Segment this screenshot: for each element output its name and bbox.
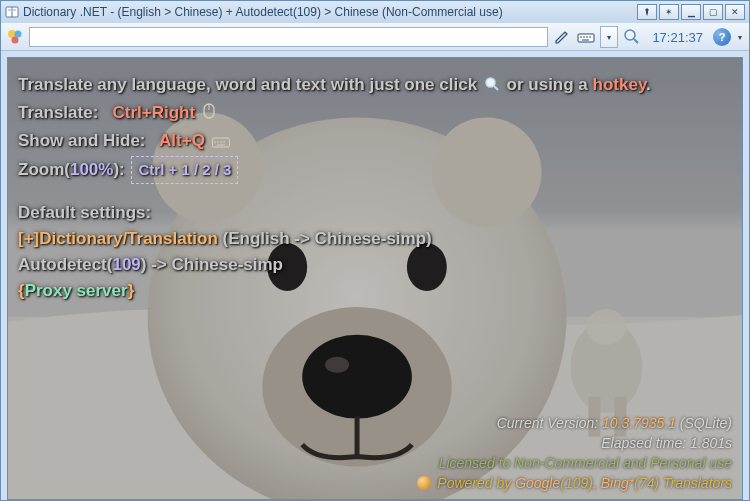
- compact-button[interactable]: ✶: [659, 4, 679, 20]
- svg-line-30: [494, 86, 498, 90]
- zoom-hotkeys: Ctrl + 1 / 2 / 3: [131, 156, 238, 184]
- proxy-line: {Proxy server}: [18, 278, 732, 304]
- footer: Current Version: 10.3.7935.1 (SQLite) El…: [417, 413, 732, 493]
- info-text: Translate any language, word and text wi…: [8, 58, 742, 499]
- text: Powered by: [433, 475, 515, 491]
- content-area: Translate any language, word and text wi…: [7, 57, 743, 500]
- defaults-heading: Default settings:: [18, 200, 732, 226]
- text: or using a: [507, 75, 593, 94]
- input-dropdown[interactable]: ▾: [600, 26, 618, 48]
- window-title: Dictionary .NET - (English > Chinese) + …: [23, 5, 637, 19]
- hotkey-link[interactable]: hotkey: [593, 75, 647, 94]
- zoom-line: Zoom(100%): Ctrl + 1 / 2 / 3: [18, 156, 732, 184]
- svg-point-29: [486, 78, 495, 87]
- text: (74) Translators: [634, 475, 732, 491]
- dict-link[interactable]: Dictionary/Translation: [39, 229, 218, 248]
- google-link[interactable]: Google: [515, 475, 560, 491]
- clock: 17:21:37: [646, 30, 709, 45]
- svg-line-14: [634, 39, 638, 43]
- pin-button[interactable]: [637, 4, 657, 20]
- text: ) -> Chinese-simp: [141, 255, 283, 274]
- bing-link[interactable]: Bing*: [601, 475, 634, 491]
- search-input[interactable]: [29, 27, 548, 47]
- svg-point-13: [625, 30, 635, 40]
- dict-line: [+]Dictionary/Translation (English -> Ch…: [18, 226, 732, 252]
- translate-line: Translate: Ctrl+Right: [18, 100, 732, 128]
- text: Show and Hide:: [18, 131, 146, 150]
- hotkey-translate: Ctrl+Right: [113, 103, 196, 122]
- text: Zoom(: [18, 160, 70, 179]
- intro-line: Translate any language, word and text wi…: [18, 72, 732, 100]
- brace: {: [18, 281, 25, 300]
- svg-point-5: [15, 31, 22, 38]
- mouse-icon: [202, 102, 216, 128]
- elapsed-line: Elapsed time: 1.801s: [417, 433, 732, 453]
- titlebar: Dictionary .NET - (English > Chinese) + …: [1, 1, 749, 23]
- autodetect-line: Autodetect(109) -> Chinese-simp: [18, 252, 732, 278]
- hotkey-showhide: Alt+Q: [159, 131, 205, 150]
- search-icon[interactable]: [622, 27, 642, 47]
- text: ):: [113, 160, 124, 179]
- text: Autodetect(: [18, 255, 112, 274]
- close-button[interactable]: ✕: [725, 4, 745, 20]
- keyboard-icon[interactable]: [576, 27, 596, 47]
- text: (English -> Chinese-simp): [218, 229, 432, 248]
- svg-point-6: [12, 37, 19, 44]
- help-dropdown[interactable]: ▾: [735, 28, 745, 46]
- autodetect-count: 109: [112, 255, 140, 274]
- version-number: 10.3.7935.1: [602, 415, 676, 431]
- version-line: Current Version: 10.3.7935.1 (SQLite): [417, 413, 732, 433]
- svg-rect-7: [578, 34, 594, 42]
- app-window: Dictionary .NET - (English > Chinese) + …: [0, 0, 750, 501]
- minimize-button[interactable]: ▁: [681, 4, 701, 20]
- maximize-button[interactable]: ▢: [703, 4, 723, 20]
- brace: }: [128, 281, 135, 300]
- help-button[interactable]: ?: [713, 28, 731, 46]
- color-picker-icon[interactable]: [5, 27, 25, 47]
- magnify-icon: [484, 74, 500, 100]
- app-icon: [5, 5, 19, 19]
- text: .: [646, 75, 651, 94]
- toolbar: ▾ 17:21:37 ? ▾: [1, 23, 749, 51]
- showhide-line: Show and Hide: Alt+Q: [18, 128, 732, 156]
- zoom-percent: 100%: [70, 160, 113, 179]
- keyboard-small-icon: [212, 130, 230, 156]
- license-line: Licensed to Non-Commercial and Personal …: [417, 453, 732, 473]
- pencil-icon[interactable]: [552, 27, 572, 47]
- text: Translate:: [18, 103, 98, 122]
- text: Translate any language, word and text wi…: [18, 75, 477, 94]
- expand-toggle[interactable]: [+]: [18, 229, 39, 248]
- text: (SQLite): [676, 415, 732, 431]
- window-controls: ✶ ▁ ▢ ✕: [637, 4, 745, 20]
- text: (109),: [560, 475, 600, 491]
- text: Current Version:: [497, 415, 602, 431]
- proxy-link[interactable]: Proxy server: [25, 281, 128, 300]
- globe-icon: [417, 476, 431, 490]
- powered-line: Powered by Google(109), Bing*(74) Transl…: [417, 473, 732, 493]
